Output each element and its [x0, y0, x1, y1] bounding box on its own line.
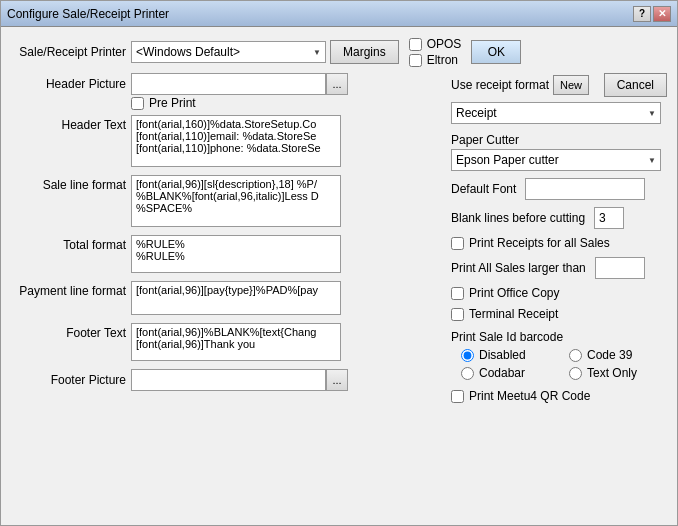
receipt-value: Receipt [456, 106, 497, 120]
receipt-format-label: Use receipt format [451, 78, 549, 92]
footer-text-row: Footer Text [font(arial,96)]%BLANK%[text… [11, 323, 439, 364]
text-only-label: Text Only [587, 366, 637, 380]
print-receipts-label: Print Receipts for all Sales [469, 236, 610, 250]
printer-label: Sale/Receipt Printer [11, 45, 126, 59]
total-format-label: Total format [11, 235, 126, 252]
total-container: %RULE% %RULE% [131, 235, 341, 276]
footer-text-input[interactable]: [font(arial,96)]%BLANK%[text{Chang [font… [131, 323, 341, 361]
eltron-row[interactable]: Eltron [409, 53, 462, 67]
terminal-receipt-row: Terminal Receipt [451, 307, 667, 321]
sale-line-format-row: Sale line format [font(arial,96)][sl{des… [11, 175, 439, 230]
print-office-checkbox[interactable] [451, 287, 464, 300]
help-button[interactable]: ? [633, 6, 651, 22]
header-text-container: [font(arial,160)]%data.StoreSetup.Co [fo… [131, 115, 341, 170]
code39-label: Code 39 [587, 348, 632, 362]
print-larger-label: Print All Sales larger than [451, 261, 586, 275]
barcode-label: Print Sale Id barcode [451, 330, 667, 344]
header-text-row: Header Text [font(arial,160)]%data.Store… [11, 115, 439, 170]
text-only-radio[interactable] [569, 367, 582, 380]
footer-text-label: Footer Text [11, 323, 126, 340]
print-larger-row: Print All Sales larger than [451, 257, 667, 279]
right-panel: Use receipt format New Cancel Receipt ▼ … [447, 73, 667, 515]
pre-print-row: Pre Print [131, 96, 439, 110]
header-picture-input[interactable] [131, 73, 326, 95]
meetu4-label: Print Meetu4 QR Code [469, 389, 590, 403]
text-only-radio-label[interactable]: Text Only [569, 366, 667, 380]
sale-line-input[interactable]: [font(arial,96)][sl{description},18] %P/… [131, 175, 341, 227]
code39-radio-label[interactable]: Code 39 [569, 348, 667, 362]
eltron-label: Eltron [427, 53, 458, 67]
payment-line-label: Payment line format [11, 281, 126, 298]
payment-line-row: Payment line format [font(arial,96)][pay… [11, 281, 439, 318]
barcode-section: Print Sale Id barcode Disabled Code 39 [451, 330, 667, 380]
opos-row[interactable]: OPOS [409, 37, 462, 51]
disabled-label: Disabled [479, 348, 526, 362]
default-font-row: Default Font [451, 178, 667, 200]
terminal-receipt-checkbox[interactable] [451, 308, 464, 321]
ok-button[interactable]: OK [471, 40, 521, 64]
code39-radio[interactable] [569, 349, 582, 362]
codabar-radio-label[interactable]: Codabar [461, 366, 559, 380]
margins-button[interactable]: Margins [330, 40, 399, 64]
title-bar-controls: ? ✕ [633, 6, 671, 22]
paper-cutter-label: Paper Cutter [451, 133, 667, 147]
cancel-button[interactable]: Cancel [604, 73, 667, 97]
eltron-checkbox[interactable] [409, 54, 422, 67]
print-office-label: Print Office Copy [469, 286, 559, 300]
new-button[interactable]: New [553, 75, 589, 95]
sale-line-container: [font(arial,96)][sl{description},18] %P/… [131, 175, 341, 230]
blank-lines-label: Blank lines before cutting [451, 211, 585, 225]
receipt-format-header: Use receipt format New Cancel [451, 73, 667, 97]
default-font-input[interactable] [525, 178, 645, 200]
footer-picture-row: Footer Picture ... [11, 369, 439, 391]
main-area: Header Picture ... Pre Print Header Text [11, 73, 667, 515]
header-picture-browse[interactable]: ... [326, 73, 348, 95]
header-text-input[interactable]: [font(arial,160)]%data.StoreSetup.Co [fo… [131, 115, 341, 167]
barcode-options: Disabled Code 39 Codabar Text Only [461, 348, 667, 380]
close-button[interactable]: ✕ [653, 6, 671, 22]
footer-picture-input[interactable] [131, 369, 326, 391]
pre-print-label: Pre Print [149, 96, 196, 110]
footer-picture-label: Footer Picture [11, 373, 126, 387]
codabar-label: Codabar [479, 366, 525, 380]
terminal-receipt-label: Terminal Receipt [469, 307, 558, 321]
header-picture-label: Header Picture [11, 77, 126, 91]
print-larger-input[interactable] [595, 257, 645, 279]
paper-cutter-section: Paper Cutter Epson Paper cutter ▼ [451, 131, 667, 171]
window-title: Configure Sale/Receipt Printer [7, 7, 169, 21]
total-format-row: Total format %RULE% %RULE% [11, 235, 439, 276]
paper-cutter-arrow: ▼ [648, 156, 656, 165]
payment-line-input[interactable]: [font(arial,96)][pay{type}]%PAD%[pay [131, 281, 341, 315]
blank-lines-input[interactable] [594, 207, 624, 229]
printer-dropdown[interactable]: <Windows Default> ▼ [131, 41, 326, 63]
print-receipts-row: Print Receipts for all Sales [451, 236, 667, 250]
codabar-radio[interactable] [461, 367, 474, 380]
receipt-dropdown[interactable]: Receipt ▼ [451, 102, 661, 124]
payment-container: [font(arial,96)][pay{type}]%PAD%[pay [131, 281, 341, 318]
printer-arrow: ▼ [313, 48, 321, 57]
receipt-format-row: Use receipt format New [451, 75, 589, 95]
disabled-radio[interactable] [461, 349, 474, 362]
printer-row: Sale/Receipt Printer <Windows Default> ▼… [11, 37, 667, 67]
blank-lines-row: Blank lines before cutting [451, 207, 667, 229]
title-bar: Configure Sale/Receipt Printer ? ✕ [1, 1, 677, 27]
paper-cutter-dropdown[interactable]: Epson Paper cutter ▼ [451, 149, 661, 171]
sale-line-format-label: Sale line format [11, 175, 126, 192]
meetu4-row: Print Meetu4 QR Code [451, 389, 667, 403]
footer-picture-browse[interactable]: ... [326, 369, 348, 391]
print-office-row: Print Office Copy [451, 286, 667, 300]
footer-picture-container: ... [131, 369, 348, 391]
default-font-label: Default Font [451, 182, 516, 196]
meetu4-checkbox[interactable] [451, 390, 464, 403]
dialog-content: Sale/Receipt Printer <Windows Default> ▼… [1, 27, 677, 525]
receipt-arrow: ▼ [648, 109, 656, 118]
opos-checkbox[interactable] [409, 38, 422, 51]
opos-label: OPOS [427, 37, 462, 51]
footer-text-container: [font(arial,96)]%BLANK%[text{Chang [font… [131, 323, 341, 364]
header-picture-row: Header Picture ... [11, 73, 439, 95]
left-panel: Header Picture ... Pre Print Header Text [11, 73, 439, 515]
disabled-radio-label[interactable]: Disabled [461, 348, 559, 362]
total-format-input[interactable]: %RULE% %RULE% [131, 235, 341, 273]
print-receipts-checkbox[interactable] [451, 237, 464, 250]
pre-print-checkbox[interactable] [131, 97, 144, 110]
